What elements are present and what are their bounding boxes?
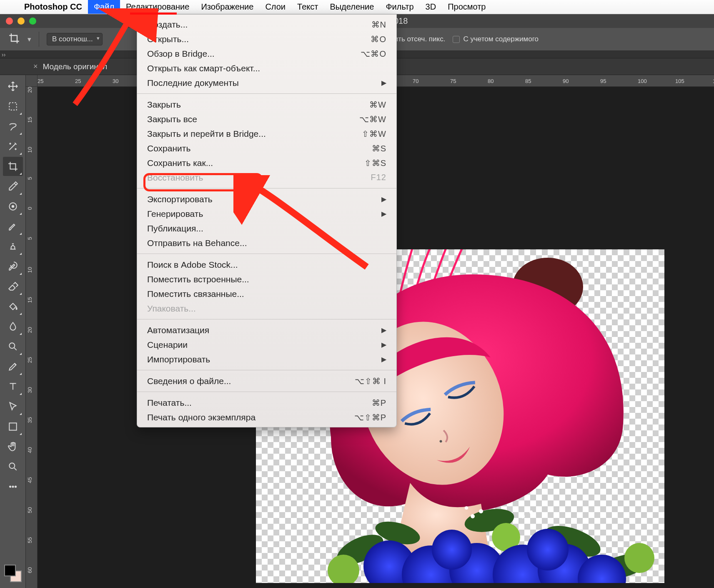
svg-rect-1 xyxy=(9,103,16,110)
menubar-item-фильтр[interactable]: Фильтр xyxy=(380,0,419,14)
tool-eraser[interactable] xyxy=(3,277,23,296)
svg-point-28 xyxy=(527,529,569,570)
file-menu-печать-одного-экземпляра[interactable]: Печать одного экземпляра⌥⇧⌘P xyxy=(137,410,396,425)
close-window-button[interactable] xyxy=(6,18,13,25)
tool-path-select[interactable] xyxy=(3,397,23,416)
file-menu-поместить-встроенные-[interactable]: Поместить встроенные... xyxy=(137,272,396,286)
tool-edit-toolbar[interactable] xyxy=(3,477,23,496)
ruler-vertical[interactable]: 201510505101520253035404550556065 xyxy=(26,87,38,588)
svg-point-7 xyxy=(9,486,10,487)
svg-point-8 xyxy=(12,486,13,487)
tool-brush[interactable] xyxy=(3,217,23,236)
tool-paint-bucket[interactable] xyxy=(3,297,23,316)
tool-spot-heal[interactable] xyxy=(3,197,23,216)
annotation-file-underline xyxy=(130,13,177,15)
file-menu-закрыть-и-перейти-в-bridge-[interactable]: Закрыть и перейти в Bridge...⇧⌘W xyxy=(137,126,396,141)
menubar-item-выделение[interactable]: Выделение xyxy=(324,0,380,14)
file-menu-экспортировать[interactable]: Экспортировать▶ xyxy=(137,192,396,206)
crop-tool-icon[interactable] xyxy=(8,33,20,46)
tool-pen[interactable] xyxy=(3,357,23,376)
file-menu-сценарии[interactable]: Сценарии▶ xyxy=(137,337,396,352)
svg-point-33 xyxy=(529,510,533,514)
menubar-item-3d[interactable]: 3D xyxy=(420,0,442,14)
content-aware-checkbox[interactable]: С учетом содержимого xyxy=(453,35,539,43)
menubar-item-слои[interactable]: Слои xyxy=(259,0,291,14)
svg-point-9 xyxy=(15,486,16,487)
tool-history-brush[interactable] xyxy=(3,257,23,276)
macos-menubar: Photoshop CC ФайлРедактированиеИзображен… xyxy=(0,0,714,14)
tool-blur[interactable] xyxy=(3,317,23,336)
menubar-item-изображение[interactable]: Изображение xyxy=(195,0,259,14)
file-menu-обзор-в-bridge-[interactable]: Обзор в Bridge...⌥⌘O xyxy=(137,46,396,61)
color-swatches[interactable] xyxy=(4,565,22,582)
file-menu-сохранить-как-[interactable]: Сохранить как...⇧⌘S xyxy=(137,156,396,170)
file-menu-восстановить: ВосстановитьF12 xyxy=(137,170,396,185)
menubar-app[interactable]: Photoshop CC xyxy=(18,0,88,14)
file-menu-автоматизация[interactable]: Автоматизация▶ xyxy=(137,323,396,337)
file-menu-генерировать[interactable]: Генерировать▶ xyxy=(137,206,396,221)
svg-point-3 xyxy=(11,205,14,208)
tool-dodge[interactable] xyxy=(3,337,23,356)
tool-rectangle[interactable] xyxy=(3,417,23,436)
svg-point-20 xyxy=(624,543,654,573)
file-menu-закрыть[interactable]: Закрыть⌘W xyxy=(137,97,396,112)
close-tab-icon[interactable]: × xyxy=(33,62,38,71)
file-menu-создать-[interactable]: Создать...⌘N xyxy=(137,17,396,32)
tool-clone-stamp[interactable] xyxy=(3,237,23,256)
menubar-item-просмотр[interactable]: Просмотр xyxy=(442,0,491,14)
tool-lasso[interactable] xyxy=(3,117,23,136)
file-menu-dropdown: Создать...⌘NОткрыть...⌘OОбзор в Bridge..… xyxy=(137,14,397,427)
ruler-origin[interactable] xyxy=(26,75,38,87)
file-menu-импортировать[interactable]: Импортировать▶ xyxy=(137,352,396,367)
tool-eyedropper[interactable] xyxy=(3,177,23,196)
tool-move[interactable] xyxy=(3,77,23,96)
tools-panel xyxy=(0,75,26,588)
tool-magic-wand[interactable] xyxy=(3,137,23,156)
zoom-window-button[interactable] xyxy=(29,18,36,25)
file-menu-публикация-[interactable]: Публикация... xyxy=(137,221,396,236)
menubar-item-файл[interactable]: Файл xyxy=(88,0,120,14)
svg-point-29 xyxy=(471,514,475,518)
tool-hand[interactable] xyxy=(3,437,23,456)
tool-zoom[interactable] xyxy=(3,457,23,476)
tool-crop[interactable] xyxy=(3,157,23,176)
menubar-item-редактирование[interactable]: Редактирование xyxy=(120,0,195,14)
content-aware-label: С учетом содержимого xyxy=(463,35,539,43)
file-menu-упаковать-: Упаковать... xyxy=(137,301,396,316)
file-menu-отправить-на-behance-[interactable]: Отправить на Behance... xyxy=(137,236,396,250)
file-menu-последние-документы[interactable]: Последние документы▶ xyxy=(137,75,396,90)
traffic-lights xyxy=(0,18,36,25)
tool-type[interactable] xyxy=(3,377,23,396)
file-menu-поиск-в-adobe-stock-[interactable]: Поиск в Adobe Stock... xyxy=(137,257,396,272)
file-menu-сведения-о-файле-[interactable]: Сведения о файле...⌥⇧⌘ I xyxy=(137,374,396,388)
document-tab-label[interactable]: Модель оригинал xyxy=(43,62,108,71)
crop-ratio-dropdown[interactable]: В соотнош... xyxy=(47,33,103,45)
svg-point-32 xyxy=(521,514,525,518)
file-menu-сохранить[interactable]: Сохранить⌘S xyxy=(137,141,396,156)
svg-point-30 xyxy=(479,509,483,513)
file-menu-закрыть-все[interactable]: Закрыть все⌥⌘W xyxy=(137,112,396,126)
svg-point-31 xyxy=(465,506,468,510)
file-menu-поместить-связанные-[interactable]: Поместить связанные... xyxy=(137,286,396,301)
svg-point-6 xyxy=(9,463,15,468)
minimize-window-button[interactable] xyxy=(18,18,25,25)
file-menu-открыть-как-смарт-объект-[interactable]: Открыть как смарт-объект... xyxy=(137,61,396,75)
tool-marquee[interactable] xyxy=(3,97,23,116)
svg-rect-5 xyxy=(9,423,16,430)
file-menu-открыть-[interactable]: Открыть...⌘O xyxy=(137,32,396,46)
svg-point-27 xyxy=(432,530,472,570)
menubar-item-текст[interactable]: Текст xyxy=(291,0,324,14)
file-menu-печатать-[interactable]: Печатать...⌘P xyxy=(137,395,396,410)
